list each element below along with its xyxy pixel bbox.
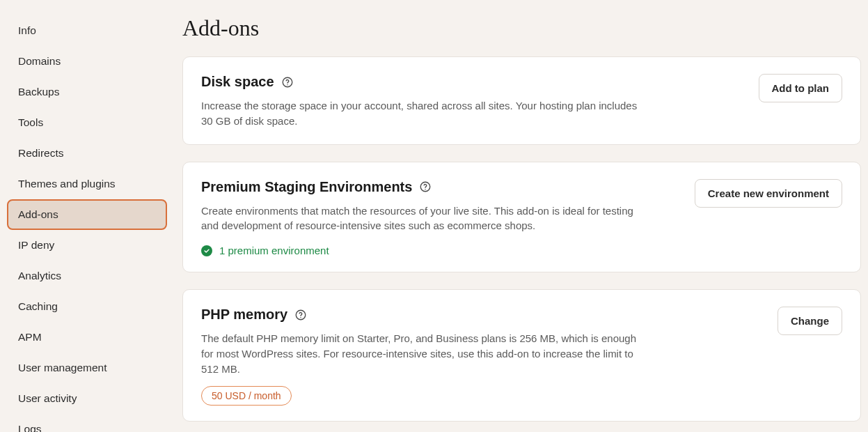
help-icon[interactable] [281, 76, 294, 88]
card-premium-staging: Premium Staging Environments Create envi… [182, 162, 861, 273]
sidebar-item-backups[interactable]: Backups [7, 77, 167, 107]
svg-point-1 [287, 84, 287, 85]
change-button[interactable]: Change [778, 307, 842, 335]
sidebar-item-label: IP deny [18, 239, 54, 252]
sidebar-item-user-activity[interactable]: User activity [7, 383, 167, 414]
card-title: PHP memory [201, 307, 287, 323]
card-description: Create environments that match the resou… [201, 203, 647, 234]
sidebar-item-info[interactable]: Info [7, 15, 167, 46]
create-environment-button[interactable]: Create new environment [695, 179, 842, 208]
sidebar-item-redirects[interactable]: Redirects [7, 138, 167, 169]
status-text: 1 premium environment [219, 245, 329, 256]
sidebar-item-label: User activity [18, 392, 77, 405]
sidebar-item-label: Redirects [18, 147, 63, 160]
sidebar-item-caching[interactable]: Caching [7, 291, 167, 322]
sidebar-item-label: Info [18, 24, 36, 37]
sidebar-item-themes-plugins[interactable]: Themes and plugins [7, 169, 167, 199]
sidebar-item-add-ons[interactable]: Add-ons [7, 199, 167, 230]
sidebar-item-label: Add-ons [18, 208, 58, 221]
card-description: The default PHP memory limit on Starter,… [201, 331, 647, 376]
status-line: 1 premium environment [201, 245, 647, 256]
card-title: Disk space [201, 74, 274, 90]
sidebar-item-logs[interactable]: Logs [7, 414, 167, 432]
page-title: Add-ons [182, 15, 861, 41]
price-badge: 50 USD / month [201, 386, 292, 406]
sidebar-item-label: User management [18, 362, 107, 374]
card-title: Premium Staging Environments [201, 179, 412, 195]
add-to-plan-button[interactable]: Add to plan [759, 74, 843, 102]
sidebar-item-label: Tools [18, 116, 43, 129]
sidebar-item-tools[interactable]: Tools [7, 107, 167, 138]
sidebar-item-label: Domains [18, 55, 61, 68]
check-circle-icon [201, 245, 212, 256]
sidebar-item-label: APM [18, 331, 42, 344]
sidebar-item-label: Analytics [18, 270, 61, 282]
main-content: Add-ons Disk space Increase the storage … [173, 0, 868, 432]
svg-point-3 [425, 189, 426, 190]
sidebar-item-label: Caching [18, 300, 58, 313]
sidebar-item-domains[interactable]: Domains [7, 46, 167, 77]
help-icon[interactable] [419, 180, 432, 193]
svg-point-5 [300, 317, 301, 318]
help-icon[interactable] [294, 309, 307, 321]
card-disk-space: Disk space Increase the storage space in… [182, 56, 861, 145]
card-php-memory: PHP memory The default PHP memory limit … [182, 289, 861, 422]
sidebar: Info Domains Backups Tools Redirects The… [0, 0, 173, 432]
card-description: Increase the storage space in your accou… [201, 98, 647, 129]
sidebar-item-label: Backups [18, 86, 59, 98]
sidebar-item-analytics[interactable]: Analytics [7, 261, 167, 291]
sidebar-item-label: Themes and plugins [18, 178, 116, 190]
sidebar-item-ip-deny[interactable]: IP deny [7, 230, 167, 261]
sidebar-item-apm[interactable]: APM [7, 322, 167, 353]
sidebar-item-label: Logs [18, 423, 42, 432]
sidebar-item-user-management[interactable]: User management [7, 353, 167, 383]
